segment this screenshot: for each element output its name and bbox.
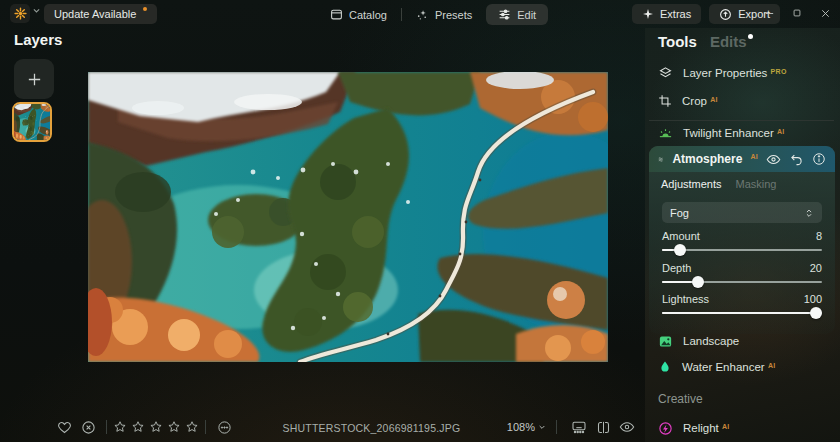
lightness-slider-handle[interactable]: [810, 307, 822, 319]
relight-bolt-icon: [658, 421, 673, 436]
sparkle-icon: [642, 8, 654, 20]
star-icon[interactable]: [149, 420, 163, 434]
logo-chevron-down-icon[interactable]: [32, 6, 41, 15]
amount-label-row: Amount 8: [662, 230, 822, 242]
amount-slider-handle[interactable]: [674, 244, 686, 256]
fog-dropdown-value: Fog: [670, 207, 689, 219]
star-icon[interactable]: [131, 420, 145, 434]
star-icon[interactable]: [167, 420, 181, 434]
tab-edit[interactable]: Edit: [486, 4, 548, 25]
status-bar: SHUTTERSTOCK_2066981195.JPG 108%: [0, 412, 645, 442]
app-window: Update Available Catalog Presets Edit: [0, 0, 840, 442]
tool-water-enhancer[interactable]: Water Enhancer AI: [658, 359, 775, 375]
water-drop-icon: [658, 360, 672, 374]
atmosphere-tabs: Adjustments Masking: [661, 178, 777, 190]
edits-notification-dot: [748, 34, 753, 39]
active-filename: SHUTTERSTOCK_2066981195.JPG: [283, 422, 461, 434]
star-rating: [113, 420, 199, 434]
tab-adjustments[interactable]: Adjustments: [661, 178, 722, 190]
amount-label: Amount: [662, 230, 700, 242]
tab-presets[interactable]: Presets: [416, 8, 472, 21]
crop-icon: [658, 94, 672, 108]
edits-label: Edits: [710, 33, 747, 50]
more-circle-icon[interactable]: [212, 420, 236, 435]
extras-label: Extras: [660, 8, 691, 20]
extras-button[interactable]: Extras: [632, 4, 701, 24]
zoom-level-value: 108%: [507, 421, 535, 433]
relight-label: Relight: [683, 422, 719, 434]
edit-sliders-icon: [498, 8, 511, 21]
catalog-icon: [330, 8, 343, 21]
star-icon[interactable]: [113, 420, 127, 434]
compare-before-after-icon[interactable]: [591, 420, 615, 435]
minimize-icon[interactable]: [758, 2, 780, 24]
layers-stack-icon: [658, 66, 673, 81]
layer-thumbnail-image: [14, 104, 50, 140]
presets-label: Presets: [435, 9, 472, 21]
ai-badge: AI: [722, 423, 730, 430]
plus-icon: [26, 71, 43, 88]
tab-masking[interactable]: Masking: [736, 178, 777, 190]
lightness-label: Lightness: [662, 293, 709, 305]
update-notification-dot: [143, 7, 147, 11]
statusbar-divider: [556, 420, 557, 434]
photo-canvas[interactable]: [88, 72, 608, 362]
fog-waves-icon: [658, 152, 664, 167]
depth-slider-handle[interactable]: [692, 276, 704, 288]
maximize-icon[interactable]: [786, 2, 808, 24]
filmstrip-icon[interactable]: [567, 419, 591, 435]
sidebar-tabs: Tools Edits: [658, 33, 752, 50]
zoom-chevron-down-icon: [538, 423, 546, 431]
water-enhancer-label: Water Enhancer: [682, 361, 765, 373]
depth-value: 20: [810, 262, 822, 274]
update-available-label: Update Available: [54, 8, 136, 20]
atmosphere-header[interactable]: Atmosphere AI: [649, 146, 835, 172]
tool-twilight-enhancer[interactable]: Twilight Enhancer AI: [658, 125, 785, 141]
edit-label: Edit: [517, 9, 536, 21]
tool-crop[interactable]: Crop AI: [658, 93, 718, 109]
undo-icon[interactable]: [790, 153, 803, 166]
tools-label: Tools: [658, 33, 697, 50]
favorite-heart-icon[interactable]: [52, 420, 76, 435]
layers-panel-title: Layers: [14, 31, 62, 48]
ai-badge: AI: [777, 128, 785, 135]
tab-edits[interactable]: Edits: [710, 33, 752, 50]
lightness-value: 100: [804, 293, 822, 305]
tool-layer-properties[interactable]: Layer Properties PRO: [658, 65, 787, 81]
lightness-slider[interactable]: [662, 307, 822, 319]
tab-tools[interactable]: Tools: [658, 33, 697, 50]
info-icon[interactable]: [812, 152, 826, 166]
app-logo[interactable]: [10, 4, 30, 23]
main-nav: Catalog Presets Edit: [330, 4, 548, 25]
statusbar-divider: [205, 420, 206, 434]
twilight-sun-icon: [658, 126, 673, 141]
catalog-label: Catalog: [349, 9, 387, 21]
amount-value: 8: [816, 230, 822, 242]
pro-badge: PRO: [771, 68, 787, 75]
nav-divider: [401, 8, 402, 21]
tool-relight[interactable]: Relight AI: [658, 420, 730, 436]
layer-properties-label: Layer Properties: [683, 67, 767, 79]
preview-eye-icon[interactable]: [615, 419, 639, 435]
zoom-control[interactable]: 108%: [507, 421, 546, 433]
tab-catalog[interactable]: Catalog: [330, 8, 387, 21]
star-icon[interactable]: [185, 420, 199, 434]
reject-icon[interactable]: [76, 420, 100, 435]
depth-slider[interactable]: [662, 276, 822, 288]
crop-label: Crop: [682, 95, 707, 107]
landscape-label: Landscape: [683, 335, 739, 347]
layer-thumbnail-selected[interactable]: [12, 102, 52, 142]
add-layer-button[interactable]: [14, 59, 54, 99]
update-available-button[interactable]: Update Available: [44, 4, 157, 24]
creative-section-heading: Creative: [658, 392, 703, 406]
ai-badge: AI: [768, 362, 776, 369]
sun-logo-icon: [14, 7, 27, 20]
tool-landscape[interactable]: Landscape: [658, 333, 739, 349]
close-icon[interactable]: [814, 2, 836, 24]
lightness-label-row: Lightness 100: [662, 293, 822, 305]
fog-type-dropdown[interactable]: Fog: [662, 202, 822, 223]
window-controls: [758, 2, 836, 24]
depth-label-row: Depth 20: [662, 262, 822, 274]
amount-slider[interactable]: [662, 244, 822, 256]
eye-icon[interactable]: [766, 152, 781, 167]
